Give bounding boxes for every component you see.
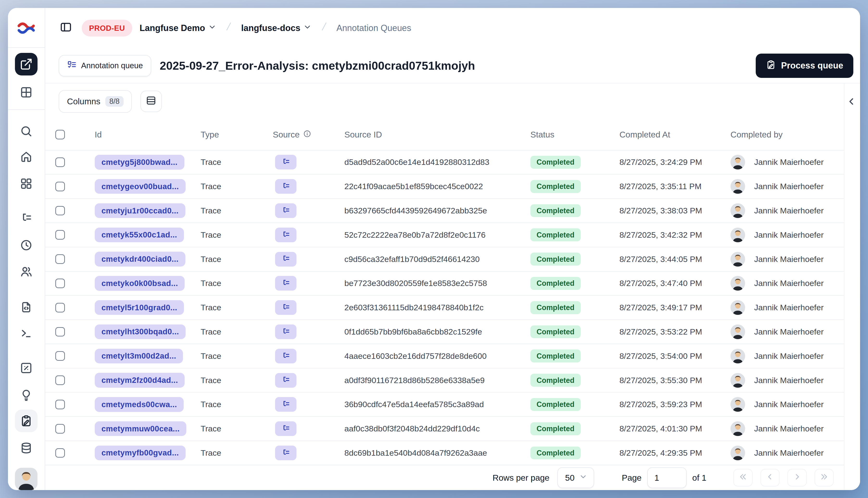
- first-page-button[interactable]: [733, 469, 753, 486]
- table-row[interactable]: cmetyg5j800bwad... Trace d5ad9d52a00c6e1…: [45, 150, 844, 174]
- sidebar-item-clock[interactable]: [15, 234, 38, 257]
- column-header-source[interactable]: Source: [273, 130, 345, 140]
- page-number-input[interactable]: [647, 467, 687, 488]
- row-id-badge[interactable]: cmetykdr400ciad0...: [95, 252, 185, 266]
- column-header-id[interactable]: Id: [77, 130, 201, 140]
- next-page-button[interactable]: [788, 469, 807, 486]
- sidebar-item-external-link[interactable]: [15, 53, 38, 76]
- table-row[interactable]: cmetyko0k00bsad... Trace be7723e30d80205…: [45, 271, 844, 296]
- row-status-badge: Completed: [530, 156, 581, 169]
- row-checkbox[interactable]: [55, 278, 65, 288]
- table-row[interactable]: cmetykdr400ciad0... Trace c9d56ca32efaff…: [45, 247, 844, 271]
- sidebar-item-grid[interactable]: [15, 81, 38, 104]
- columns-button[interactable]: Columns 8/8: [59, 90, 132, 113]
- sidebar-item-file-code[interactable]: [15, 296, 38, 318]
- collapse-panel-button[interactable]: [845, 96, 858, 109]
- row-source-trace-icon[interactable]: [275, 373, 297, 388]
- table-row[interactable]: cmetyl5r100grad0... Trace 2e603f31361115…: [45, 295, 844, 319]
- row-source-trace-icon[interactable]: [275, 227, 297, 242]
- row-status-badge: Completed: [530, 204, 581, 217]
- row-checkbox[interactable]: [55, 376, 65, 385]
- sidebar-item-search[interactable]: [15, 120, 38, 143]
- breadcrumb-project[interactable]: langfuse-docs: [241, 23, 312, 34]
- breadcrumb-organization[interactable]: Langfuse Demo: [140, 23, 216, 34]
- row-checkbox[interactable]: [55, 182, 65, 191]
- column-header-completed-by[interactable]: Completed by: [730, 130, 844, 140]
- previous-page-button[interactable]: [761, 469, 780, 486]
- row-id-badge[interactable]: cmetyk55x00c1ad...: [95, 227, 184, 242]
- row-source-trace-icon[interactable]: [275, 276, 297, 291]
- row-source-trace-icon[interactable]: [275, 155, 297, 169]
- row-checkbox[interactable]: [55, 157, 65, 167]
- row-checkbox[interactable]: [55, 230, 65, 240]
- row-id-badge[interactable]: cmetymyfb00gvad...: [95, 446, 186, 460]
- table-row[interactable]: cmetyk55x00c1ad... Trace 52c72c2222ea78e…: [45, 223, 844, 247]
- select-all-checkbox[interactable]: [55, 130, 65, 140]
- org-logo: [16, 21, 36, 36]
- row-id-badge[interactable]: cmetygeov00buad...: [95, 179, 186, 194]
- row-id-badge[interactable]: cmetylt3m00d2ad...: [95, 349, 183, 363]
- sidebar-toggle-button[interactable]: [57, 20, 74, 37]
- row-id-badge[interactable]: cmetyju1r00ccad0...: [95, 203, 185, 218]
- table-row[interactable]: cmetymmuw00cea... Trace aaf0c38db0f3f204…: [45, 416, 844, 441]
- row-type: Trace: [201, 400, 273, 409]
- panel-left-icon: [60, 21, 73, 36]
- row-id-badge[interactable]: cmetyko0k00bsad...: [95, 276, 185, 291]
- sidebar-item-blocks[interactable]: [15, 172, 38, 195]
- column-header-completed-at[interactable]: Completed At: [619, 130, 730, 140]
- table-row[interactable]: cmetym2fz00d4ad... Trace a0df3f901167218…: [45, 368, 844, 392]
- sidebar-item-lightbulb[interactable]: [15, 384, 38, 406]
- sidebar-item-list-tree[interactable]: [15, 207, 38, 230]
- sidebar-item-home[interactable]: [15, 145, 38, 168]
- process-queue-button[interactable]: Process queue: [756, 54, 853, 78]
- row-source-trace-icon[interactable]: [275, 446, 297, 460]
- row-user-avatar: [730, 227, 745, 242]
- row-source-id: 4aaece1603cb2e16dd757f28de8de600: [344, 351, 530, 361]
- row-checkbox[interactable]: [55, 351, 65, 361]
- row-source-trace-icon[interactable]: [275, 203, 297, 218]
- row-id-badge[interactable]: cmetym2fz00d4ad...: [95, 373, 185, 388]
- environment-badge[interactable]: PROD-EU: [82, 20, 132, 37]
- row-id-badge[interactable]: cmetyl5r100grad0...: [95, 300, 184, 315]
- row-checkbox[interactable]: [55, 448, 65, 458]
- column-header-type[interactable]: Type: [201, 130, 273, 140]
- columns-label: Columns: [67, 96, 101, 106]
- sidebar-item-clipboard-pen[interactable]: [15, 409, 38, 432]
- row-checkbox[interactable]: [55, 424, 65, 434]
- last-page-button[interactable]: [815, 469, 834, 486]
- row-status-badge: Completed: [530, 422, 581, 435]
- table-row[interactable]: cmetylht300bqad0... Trace 0f1dd65b7bb9bf…: [45, 319, 844, 344]
- sidebar-item-percent-square[interactable]: [15, 357, 38, 379]
- row-height-button[interactable]: [140, 91, 162, 112]
- row-id-badge[interactable]: cmetyg5j800bwad...: [95, 155, 184, 169]
- row-source-trace-icon[interactable]: [275, 397, 297, 412]
- row-user-avatar: [730, 397, 745, 412]
- row-completed-at: 8/27/2025, 3:38:03 PM: [619, 206, 730, 215]
- sidebar-item-terminal[interactable]: [15, 322, 38, 344]
- sidebar-item-users[interactable]: [15, 260, 38, 283]
- table-row[interactable]: cmetyju1r00ccad0... Trace b63297665cfd44…: [45, 198, 844, 223]
- user-avatar[interactable]: [15, 468, 38, 490]
- row-source-trace-icon[interactable]: [275, 252, 297, 266]
- row-checkbox[interactable]: [55, 303, 65, 313]
- column-header-source-id[interactable]: Source ID: [344, 130, 530, 140]
- table-row[interactable]: cmetymyfb00gvad... Trace 8dc69b1ba1e540b…: [45, 441, 844, 465]
- row-source-trace-icon[interactable]: [275, 421, 297, 436]
- row-source-trace-icon[interactable]: [275, 349, 297, 363]
- table-row[interactable]: cmetylt3m00d2ad... Trace 4aaece1603cb2e1…: [45, 344, 844, 368]
- table-row[interactable]: cmetygeov00buad... Trace 22c41f09acae5b1…: [45, 174, 844, 198]
- row-source-trace-icon[interactable]: [275, 179, 297, 194]
- row-checkbox[interactable]: [55, 206, 65, 215]
- row-source-trace-icon[interactable]: [275, 325, 297, 339]
- row-checkbox[interactable]: [55, 254, 65, 264]
- row-id-badge[interactable]: cmetymeds00cwa...: [95, 397, 184, 412]
- rows-per-page-select[interactable]: 50: [557, 467, 594, 488]
- column-header-status[interactable]: Status: [530, 130, 619, 140]
- row-id-badge[interactable]: cmetymmuw00cea...: [95, 421, 186, 436]
- table-row[interactable]: cmetymeds00cwa... Trace 36b90cdfc47e5da1…: [45, 392, 844, 416]
- sidebar-item-database[interactable]: [15, 437, 38, 459]
- row-checkbox[interactable]: [55, 327, 65, 337]
- row-source-trace-icon[interactable]: [275, 300, 297, 315]
- row-id-badge[interactable]: cmetylht300bqad0...: [95, 325, 186, 339]
- row-checkbox[interactable]: [55, 400, 65, 409]
